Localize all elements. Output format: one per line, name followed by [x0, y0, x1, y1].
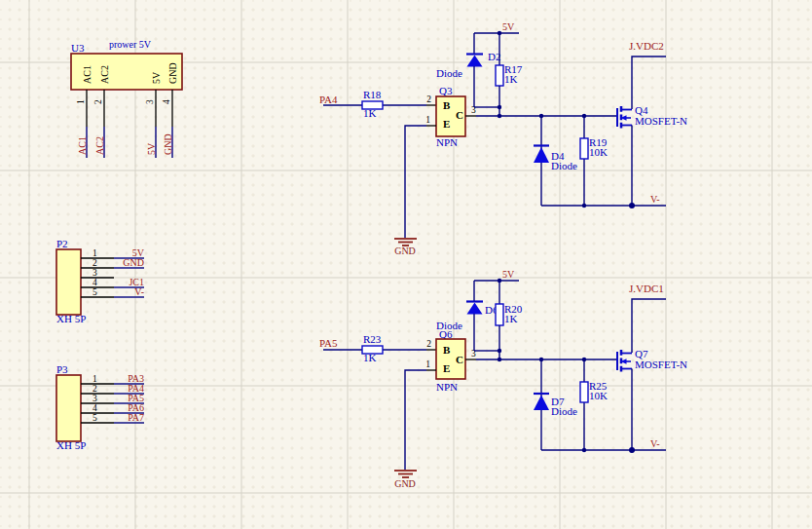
net-label-vminus[interactable]: V-: [650, 194, 660, 205]
r17-value: 1K: [504, 73, 518, 85]
q6-emitter-label: E: [443, 362, 450, 374]
net-label-jvdc2[interactable]: J.VDC2: [629, 40, 664, 52]
gnd-label: GND: [394, 246, 416, 256]
5v-power-port[interactable]: 5V: [474, 269, 519, 281]
pin-number: 2: [426, 339, 431, 349]
r18-value: 1K: [363, 107, 377, 119]
junction-dot: [498, 114, 501, 118]
diode-triangle: [467, 303, 483, 315]
diode-d4[interactable]: D4 Diode: [534, 116, 577, 206]
5v-label: 5V: [502, 21, 515, 32]
wire[interactable]: [632, 299, 666, 353]
schematic-canvas[interactable]: U3 prower 5V AC1 AC2 5V GND 1 2 3 4 AC1 …: [0, 0, 812, 529]
pin-number: 1: [425, 359, 430, 369]
5v-power-port[interactable]: 5V: [474, 21, 519, 33]
u3-comment: prower 5V: [109, 39, 152, 50]
resistor-r17[interactable]: R17 1K: [496, 33, 523, 107]
pin-number: 5: [92, 287, 97, 297]
u3-pin-number: 1: [76, 99, 86, 104]
u3-pin-name: 5V: [151, 71, 162, 84]
q3-emitter-label: E: [443, 118, 450, 130]
net-label[interactable]: GND: [163, 133, 173, 155]
net-label[interactable]: AC2: [94, 136, 105, 155]
gnd-power-port[interactable]: GND: [394, 239, 417, 256]
net-label-pa4[interactable]: PA4: [319, 94, 338, 105]
junction-dot: [582, 448, 586, 452]
resistor-r25[interactable]: R25 10K: [580, 359, 608, 450]
u3-designator: U3: [71, 42, 85, 54]
net-label[interactable]: 5V: [146, 142, 157, 155]
r18-designator: R18: [363, 89, 382, 100]
net-label[interactable]: AC1: [77, 136, 88, 155]
junction-dot: [629, 203, 635, 208]
junction-dot: [498, 105, 501, 109]
resistor-body[interactable]: [496, 65, 503, 86]
d7-name: Diode: [551, 405, 577, 417]
u3-pin-name: AC1: [82, 65, 92, 84]
net-label[interactable]: GND: [123, 257, 144, 268]
junction-dot: [498, 358, 501, 361]
pin-number: 3: [92, 268, 97, 278]
p2-body[interactable]: [56, 249, 81, 315]
component-p3[interactable]: P3 XH 5P 1 2 3 4 5 PA3 PA4 PA5 PA6 PA7: [56, 363, 144, 451]
net-label-vminus[interactable]: V-: [650, 438, 660, 449]
p2-designator: P2: [56, 238, 68, 249]
q3-base-label: B: [443, 99, 451, 111]
resistor-body[interactable]: [580, 138, 588, 159]
pin-number: 1: [92, 248, 97, 258]
net-label[interactable]: PA7: [128, 412, 144, 423]
u3-pin-name: GND: [167, 62, 178, 84]
u3-pin-number: 3: [145, 99, 155, 104]
resistor-r19[interactable]: R19 10K: [580, 116, 608, 206]
net-label-jvdc1[interactable]: J.VDC1: [629, 283, 664, 294]
d2-name: Diode: [436, 67, 462, 79]
u3-pin-number: 4: [162, 99, 171, 104]
schematic-sheet: U3 prower 5V AC1 AC2 5V GND 1 2 3 4 AC1 …: [0, 0, 812, 529]
d4-name: Diode: [551, 160, 577, 171]
diode-d7[interactable]: D7 Diode: [534, 359, 577, 450]
component-p2[interactable]: P2 XH 5P 1 2 3 4 5 5V GND JC1 V-: [56, 238, 145, 324]
driver-channel-2[interactable]: PA5 R23 1K 2 Diode Q6 B C E NPN 1 GND 3 …: [319, 269, 687, 489]
wire[interactable]: [632, 57, 666, 109]
junction-dot: [498, 349, 501, 353]
r25-value: 10K: [589, 390, 608, 401]
pin-number: 4: [92, 278, 97, 287]
q3-collector-label: C: [456, 109, 463, 121]
q6-collector-label: C: [456, 354, 463, 365]
junction-dot: [582, 204, 586, 208]
wire[interactable]: [405, 370, 426, 470]
mosfet-q4[interactable]: J.VDC2 Q4 MOSFET-N: [617, 40, 687, 206]
diode-d6[interactable]: D6: [466, 281, 498, 351]
junction-dot: [629, 447, 635, 453]
u3-pin-number: 2: [93, 99, 103, 104]
u3-pin-name: AC2: [99, 65, 110, 84]
q6-type: NPN: [436, 381, 458, 393]
pin-number: 4: [92, 403, 97, 413]
driver-channel-1[interactable]: PA4 R18 1K 2 Q3 B C E NPN 1 GND 3 5V: [319, 21, 687, 256]
pin-number: 2: [92, 384, 97, 394]
wire[interactable]: [405, 126, 426, 238]
q3-type: NPN: [436, 136, 458, 148]
p3-body[interactable]: [56, 375, 81, 441]
p2-footprint: XH 5P: [56, 313, 86, 324]
p3-designator: P3: [56, 363, 68, 375]
pin-number: 2: [92, 258, 97, 268]
diode-triangle: [534, 396, 549, 411]
resistor-body[interactable]: [580, 382, 588, 402]
mosfet-q7[interactable]: J.VDC1 Q7 MOSFET-N: [617, 283, 687, 450]
r23-designator: R23: [363, 333, 382, 345]
q7-type: MOSFET-N: [635, 359, 687, 370]
net-label[interactable]: V-: [134, 286, 144, 297]
pin-number: 1: [92, 374, 97, 384]
gnd-power-port[interactable]: GND: [394, 471, 417, 489]
q6-base-label: B: [443, 344, 451, 356]
resistor-body[interactable]: [496, 304, 503, 325]
r19-value: 10K: [589, 146, 608, 158]
r20-value: 1K: [504, 313, 518, 324]
pin-number: 2: [426, 94, 431, 104]
q4-type: MOSFET-N: [635, 115, 687, 127]
resistor-r20[interactable]: R20 1K: [496, 281, 523, 351]
5v-label: 5V: [502, 269, 515, 280]
net-label-pa5[interactable]: PA5: [319, 337, 338, 349]
pin-number: 5: [92, 413, 97, 423]
